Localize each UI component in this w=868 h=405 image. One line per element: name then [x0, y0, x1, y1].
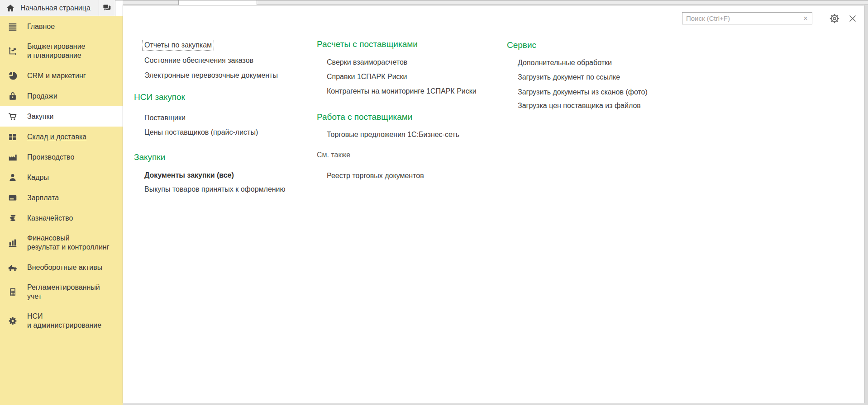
treasury-icon [7, 213, 18, 224]
section-header-purchases: Закупки [134, 151, 165, 163]
sidebar-item-regulated-accounting[interactable]: Регламентированный учет [0, 278, 123, 306]
sidebar-item-main[interactable]: Главное [0, 16, 123, 37]
sidebar-item-hr[interactable]: Кадры [0, 167, 123, 188]
menu-link-electronic-transport-docs[interactable]: Электронные перевозочные документы [144, 71, 278, 80]
salary-icon [7, 193, 18, 203]
sidebar-item-label: Склад и доставка [27, 132, 113, 141]
sidebar-item-label: Зарплата [27, 193, 113, 202]
menu-link-load-document-by-link[interactable]: Загрузить документ по ссылке [518, 72, 620, 82]
search-input[interactable] [682, 12, 799, 24]
tab-strip [123, 0, 868, 5]
sidebar-item-purchases[interactable]: Закупки [0, 106, 123, 127]
sidebar-item-label: Финансовый результат и контроллинг [27, 234, 113, 252]
search-box: × [682, 12, 812, 24]
administration-icon [7, 316, 18, 326]
assets-icon [7, 262, 18, 273]
top-bar: Начальная страница [0, 0, 115, 16]
production-icon [7, 152, 18, 163]
sidebar-item-label: Производство [27, 153, 113, 162]
close-icon [848, 14, 857, 23]
menu-link-purchase-reports[interactable]: Отчеты по закупкам [142, 40, 214, 51]
menu-link-reconciliations[interactable]: Сверки взаиморасчетов [327, 57, 407, 67]
finance-icon [7, 237, 18, 248]
settings-button[interactable] [829, 13, 840, 24]
menu-link-load-documents-from-scans[interactable]: Загрузить документы из сканов (фото) [518, 87, 648, 97]
sidebar-item-treasury[interactable]: Казначейство [0, 208, 123, 228]
crm-icon [7, 71, 18, 81]
menu-link-spark-certificates[interactable]: Справки 1СПАРК Риски [327, 72, 407, 82]
chat-icon [102, 3, 112, 13]
section-header-supplier-work: Работа с поставщиками [317, 111, 412, 123]
home-page-button[interactable]: Начальная страница [0, 0, 91, 16]
sidebar-item-warehouse[interactable]: Склад и доставка [0, 127, 123, 147]
accounting-icon [7, 287, 18, 297]
sections-sidebar: Главное Бюджетирование и планирование CR… [0, 16, 123, 405]
sidebar-item-label: Закупки [27, 112, 113, 121]
menu-link-load-supplier-prices-from-files[interactable]: Загрузка цен поставщика из файлов [518, 101, 641, 111]
menu-link-additional-processing[interactable]: Дополнительные обработки [518, 58, 612, 68]
sidebar-item-label: Продажи [27, 92, 113, 101]
topbar-panel-gap [115, 0, 123, 17]
sidebar-item-label: Кадры [27, 173, 113, 182]
sidebar-item-label: CRM и маркетинг [27, 71, 113, 80]
purchases-icon [7, 111, 18, 122]
menu-link-trade-offers[interactable]: Торговые предложения 1С:Бизнес-сеть [327, 130, 459, 140]
sidebar-item-label: Внеоборотные активы [27, 263, 113, 272]
sidebar-item-label: Главное [27, 22, 113, 31]
sidebar-item-crm[interactable]: CRM и маркетинг [0, 66, 123, 86]
hr-icon [7, 172, 18, 183]
sidebar-item-label: Регламентированный учет [27, 283, 113, 301]
sidebar-item-label: Бюджетирование и планирование [27, 42, 113, 60]
section-header-service: Сервис [507, 39, 536, 51]
menu-link-supplier-prices[interactable]: Цены поставщиков (прайс-листы) [144, 127, 258, 137]
section-menu-panel: × Отчеты по закупкам Состояние обес [123, 5, 864, 403]
section-header-see-also: См. также [317, 150, 350, 160]
search-clear-button[interactable]: × [799, 12, 812, 24]
home-icon [5, 3, 15, 13]
section-header-supplier-settlements: Расчеты с поставщиками [317, 38, 418, 50]
menu-link-goods-buyouts[interactable]: Выкупы товаров принятых к оформлению [144, 184, 286, 194]
menu-link-trade-documents-registry[interactable]: Реестр торговых документов [327, 171, 424, 181]
sidebar-item-finance[interactable]: Финансовый результат и контроллинг [0, 228, 123, 257]
menu-icon [7, 21, 18, 32]
sales-icon [7, 91, 18, 102]
sidebar-item-budgeting[interactable]: Бюджетирование и планирование [0, 37, 123, 66]
discussions-button[interactable] [99, 0, 115, 16]
sidebar-item-production[interactable]: Производство [0, 147, 123, 167]
menu-link-purchase-documents[interactable]: Документы закупки (все) [144, 170, 234, 180]
home-page-label: Начальная страница [20, 4, 91, 12]
warehouse-icon [7, 132, 18, 142]
sidebar-item-salary[interactable]: Зарплата [0, 188, 123, 208]
menu-link-suppliers[interactable]: Поставщики [144, 113, 186, 123]
sidebar-item-assets[interactable]: Внеоборотные активы [0, 257, 123, 278]
menu-link-spark-monitoring[interactable]: Контрагенты на мониторинге 1СПАРК Риски [327, 86, 477, 96]
gear-icon [829, 13, 840, 24]
sidebar-item-label: НСИ и администрирование [27, 312, 113, 330]
section-header-nsi-purchases: НСИ закупок [134, 91, 185, 103]
clear-icon: × [803, 14, 807, 23]
sidebar-item-administration[interactable]: НСИ и администрирование [0, 306, 123, 335]
close-panel-button[interactable] [847, 13, 858, 24]
sidebar-item-sales[interactable]: Продажи [0, 86, 123, 106]
menu-link-order-fulfillment[interactable]: Состояние обеспечения заказов [144, 56, 253, 66]
budgeting-icon [7, 46, 18, 57]
sidebar-item-label: Казначейство [27, 214, 113, 223]
